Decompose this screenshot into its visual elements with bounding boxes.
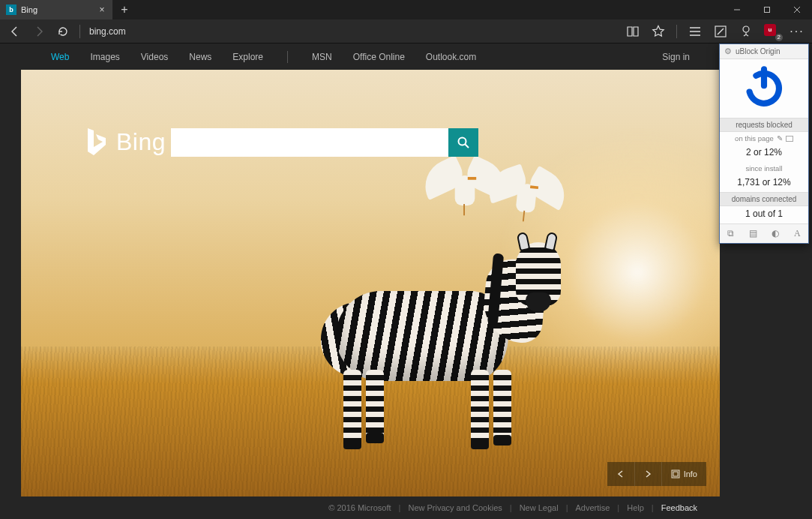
- requests-blocked-header: requests blocked: [720, 118, 808, 132]
- footer-link-help[interactable]: Help: [627, 503, 644, 512]
- bing-page: Web Images Videos News Explore MSN Offic…: [21, 44, 720, 519]
- favorite-star-icon[interactable]: [651, 24, 666, 39]
- close-tab-icon[interactable]: ×: [97, 5, 106, 14]
- zebra-illustration: [321, 246, 576, 441]
- bing-favicon: b: [6, 4, 16, 15]
- nav-msn[interactable]: MSN: [312, 52, 332, 62]
- nav-images[interactable]: Images: [90, 52, 119, 62]
- tool-fonts-icon[interactable]: A: [787, 224, 809, 243]
- nav-explore[interactable]: Explore: [232, 52, 263, 62]
- tool-logger-icon[interactable]: ▤: [742, 224, 765, 243]
- hero-controls: Info: [607, 462, 706, 486]
- search-button[interactable]: [448, 128, 478, 157]
- separator: [79, 25, 80, 38]
- ublock-header: ⚙ uBlock Origin: [720, 44, 808, 59]
- nav-videos[interactable]: Videos: [141, 52, 168, 62]
- svg-point-8: [743, 26, 749, 32]
- hero-image: Bing Info: [21, 70, 720, 496]
- separator: [676, 25, 677, 38]
- nav-web[interactable]: Web: [51, 52, 69, 62]
- ublock-shield-icon: u: [764, 24, 776, 36]
- search-form: [171, 128, 478, 157]
- since-install-label: since install: [720, 162, 808, 175]
- maximize-button[interactable]: [752, 0, 782, 20]
- expand-icon: [671, 470, 680, 478]
- forward-button[interactable]: [31, 24, 46, 39]
- search-icon: [457, 136, 470, 149]
- tool-picker-icon[interactable]: ⧉: [720, 224, 742, 243]
- nav-news[interactable]: News: [189, 52, 211, 62]
- hub-icon[interactable]: [688, 24, 703, 39]
- ublock-extension-button[interactable]: u 2: [764, 24, 779, 39]
- new-tab-button[interactable]: +: [112, 0, 136, 20]
- domains-connected-value: 1 out of 1: [720, 206, 808, 224]
- sign-in-link[interactable]: Sign in: [662, 52, 690, 62]
- tab-bar: b Bing × +: [0, 0, 812, 20]
- bing-footer: © 2016 Microsoft | New Privacy and Cooki…: [21, 496, 720, 519]
- bird-illustration: [515, 183, 537, 213]
- bing-brand: Bing: [85, 127, 166, 157]
- search-input[interactable]: [171, 128, 448, 157]
- refresh-button[interactable]: [55, 24, 70, 39]
- gear-icon[interactable]: ⚙: [724, 46, 732, 56]
- info-label: Info: [684, 470, 697, 478]
- web-note-icon[interactable]: [713, 24, 728, 39]
- reading-view-icon[interactable]: [625, 24, 640, 39]
- tab-title: Bing: [21, 5, 93, 14]
- bing-wordmark: Bing: [116, 128, 166, 156]
- nav-office-online[interactable]: Office Online: [353, 52, 405, 62]
- hero-next-button[interactable]: [634, 462, 661, 486]
- ublock-badge-count: 2: [775, 34, 783, 41]
- browser-toolbar: bing.com u 2 ···: [0, 20, 812, 44]
- on-this-page-label: on this page ✎: [720, 132, 808, 145]
- footer-link-advertise[interactable]: Advertise: [575, 503, 610, 512]
- power-icon: [742, 65, 786, 109]
- domains-connected-header: domains connected: [720, 192, 808, 206]
- hero-prev-button[interactable]: [607, 462, 634, 486]
- eyedropper-icon[interactable]: ✎: [777, 134, 783, 142]
- ublock-tools: ⧉ ▤ ◐ A: [720, 224, 808, 243]
- browser-tab[interactable]: b Bing ×: [0, 0, 112, 20]
- nav-separator: [287, 51, 288, 63]
- content-area: Web Images Videos News Explore MSN Offic…: [0, 44, 812, 519]
- address-bar[interactable]: bing.com: [89, 26, 126, 37]
- ublock-panel: ⚙ uBlock Origin requests blocked on this…: [719, 44, 809, 244]
- more-menu-icon[interactable]: ···: [790, 24, 805, 39]
- window-controls: [722, 0, 812, 20]
- footer-link-privacy[interactable]: New Privacy and Cookies: [408, 503, 502, 512]
- close-window-button[interactable]: [782, 0, 812, 20]
- footer-copyright: © 2016 Microsoft: [328, 503, 391, 512]
- share-icon[interactable]: [739, 24, 754, 39]
- minimize-button[interactable]: [722, 0, 752, 20]
- toggle-icon[interactable]: [786, 136, 793, 142]
- ublock-title: uBlock Origin: [736, 47, 780, 56]
- svg-line-10: [466, 145, 469, 148]
- bing-logo-icon: [85, 127, 107, 157]
- ublock-power-button[interactable]: [720, 59, 808, 118]
- svg-rect-12: [673, 472, 678, 476]
- svg-point-9: [459, 138, 466, 146]
- tool-noscript-icon[interactable]: ◐: [764, 224, 787, 243]
- hero-info-button[interactable]: Info: [661, 462, 706, 486]
- on-this-page-value: 2 or 12%: [720, 145, 808, 162]
- bing-nav: Web Images Videos News Explore MSN Offic…: [21, 44, 720, 70]
- svg-rect-1: [765, 8, 770, 13]
- footer-link-feedback[interactable]: Feedback: [661, 503, 697, 512]
- since-install-value: 1,731 or 12%: [720, 175, 808, 192]
- nav-outlook[interactable]: Outlook.com: [426, 52, 476, 62]
- back-button[interactable]: [7, 24, 22, 39]
- footer-link-legal[interactable]: New Legal: [520, 503, 559, 512]
- bird-illustration: [455, 176, 475, 206]
